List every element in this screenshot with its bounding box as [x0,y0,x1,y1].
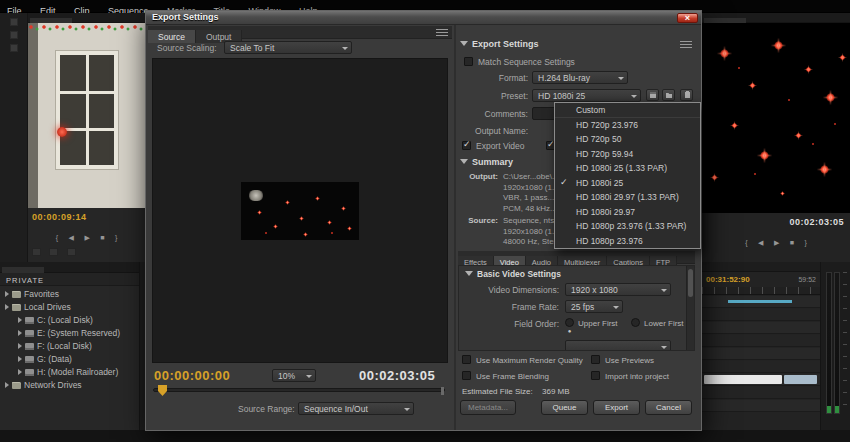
max-render-quality-checkbox[interactable] [462,355,471,364]
scrollbar-thumb[interactable] [688,269,693,297]
frame-blending-checkbox[interactable] [462,371,471,380]
clip[interactable] [728,300,792,303]
check-icon: ✓ [463,139,471,149]
audio-track[interactable] [702,374,820,386]
preset-option[interactable]: HD 1080i 25 (1.33 PAR) [555,161,700,176]
panel-menu-icon[interactable] [436,29,448,37]
tree-item-label: E: (System Reserved) [37,328,120,338]
settings-scrollbar[interactable] [686,266,694,350]
clip[interactable] [704,375,782,384]
tree-item-network-drives[interactable]: Network Drives [0,379,139,392]
tree-item-local-drives[interactable]: Local Drives [0,301,139,314]
mark-in-icon[interactable] [745,236,747,249]
format-select[interactable]: H.264 Blu-ray [532,71,628,84]
play-icon[interactable] [774,236,779,249]
match-sequence-label: Match Sequence Settings [478,57,575,67]
video-track[interactable] [702,309,820,321]
stop-icon[interactable] [790,236,794,249]
cancel-button[interactable]: Cancel [645,400,692,415]
tab-source[interactable]: Source [148,30,196,43]
monitor-button-icon[interactable] [49,248,58,256]
close-icon[interactable] [677,13,698,23]
preset-option[interactable]: HD 1080p 23.976 [555,234,700,249]
export-video-checkbox[interactable]: ✓ [462,141,471,150]
video-track[interactable] [702,322,820,334]
chevron-right-icon [18,317,22,323]
tree-item-drive-g[interactable]: G: (Data) [0,353,139,366]
tree-item-drive-f[interactable]: F: (Local Disk) [0,340,139,353]
source-monitor-tabstrip [28,13,145,23]
preview-tabbar: SourceOutput [148,26,452,39]
tree-item-drive-e[interactable]: E: (System Reserved) [0,327,139,340]
field-order-upper-radio[interactable]: ● [565,318,574,327]
preset-option[interactable]: HD 720p 59.94 [555,147,700,162]
max-render-quality-label: Use Maximum Render Quality [476,356,583,365]
program-timecode: 00:02:03:05 [789,217,844,227]
frame-rate-select[interactable]: 25 fps [565,300,623,313]
zoom-select[interactable]: 10% [272,369,316,382]
import-into-project-checkbox[interactable] [591,371,600,380]
monitor-button-icon[interactable] [32,248,41,256]
preset-option-custom[interactable]: Custom [555,103,700,118]
check-icon: ✓ [560,177,568,187]
preset-option[interactable]: HD 1080i 29.97 [555,205,700,220]
chevron-right-icon [18,330,22,336]
out-point-marker[interactable] [441,387,444,395]
timeline-timecode: 00:31:52:90 [706,275,750,284]
program-monitor-panel: 00:02:03:05 [702,13,850,262]
delete-preset-icon[interactable] [680,89,693,101]
tree-item-drive-c[interactable]: C: (Local Disk) [0,314,139,327]
source-range-select[interactable]: Sequence In/Out [298,402,414,415]
source-scaling-select[interactable]: Scale To Fit [224,41,352,54]
duration-timecode: 00:02:03:05 [359,368,435,383]
queue-button[interactable]: Queue [541,400,588,415]
current-timecode[interactable]: 00:00:00:00 [154,368,230,383]
chevron-right-icon [18,369,22,375]
video-dimensions-select[interactable]: 1920 x 1080 [565,283,671,296]
panel-menu-icon[interactable] [680,41,692,49]
audio-track[interactable] [702,387,820,399]
radio-dot-icon: ● [568,328,572,334]
queue-button-label: Queue [552,403,576,412]
use-previews-label: Use Previews [605,356,654,365]
audio-track[interactable] [702,361,820,373]
tree-item-favorites[interactable]: Favorites [0,288,139,301]
tools-column [0,13,28,262]
preset-option[interactable]: HD 1080p 23.976 (1.33 PAR) [555,219,700,234]
match-sequence-checkbox[interactable] [464,57,473,66]
preset-select[interactable]: HD 1080i 25 [532,89,641,102]
video-track[interactable] [702,296,820,308]
clip[interactable] [784,375,817,384]
preset-option[interactable]: HD 1080i 29.97 (1.33 PAR) [555,190,700,205]
export-settings-header[interactable]: Export Settings [460,39,539,49]
preset-option[interactable]: HD 720p 23.976 [555,118,700,133]
audio-track[interactable] [702,400,820,412]
mark-out-icon[interactable] [804,236,806,249]
timeline-ruler[interactable] [702,287,820,295]
use-previews-checkbox[interactable] [591,355,600,364]
tree-item-label: Network Drives [24,380,82,390]
frame-rate-value: 25 fps [571,302,594,312]
dialog-title-bar[interactable]: Export Settings [146,11,701,25]
tree-item-drive-h[interactable]: H: (Model Railroader) [0,366,139,379]
basic-video-settings-header[interactable]: Basic Video Settings [465,269,561,279]
summary-header[interactable]: Summary [460,157,513,167]
monitor-button-icon[interactable] [67,248,76,256]
field-order-lower-radio[interactable] [631,318,640,327]
export-button[interactable]: Export [593,400,640,415]
audio-track[interactable] [702,348,820,360]
drive-icon [25,369,34,376]
preset-option[interactable]: HD 720p 50 [555,132,700,147]
source-timecode: 00:00:09:14 [32,212,87,222]
preview-scrubber[interactable] [153,388,445,392]
folder-icon [12,304,21,311]
step-back-icon[interactable] [758,236,763,249]
additional-setting-select[interactable] [565,340,671,351]
preset-option-selected[interactable]: ✓HD 1080i 25 [555,176,700,191]
metadata-button[interactable]: Metadata... [460,400,516,415]
save-preset-icon[interactable] [646,89,659,101]
import-preset-icon[interactable] [662,89,675,101]
house-window-photo [28,23,145,208]
playhead-handle[interactable] [158,385,167,396]
audio-track[interactable] [702,335,820,347]
